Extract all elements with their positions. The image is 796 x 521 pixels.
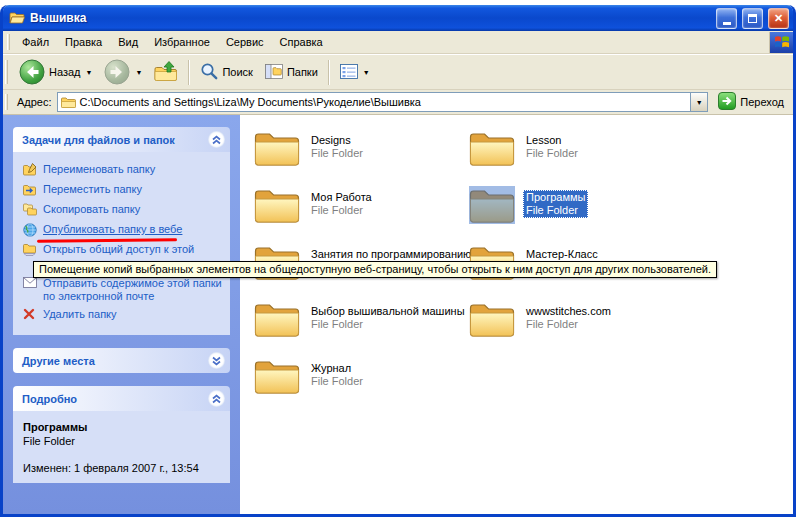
up-icon	[154, 60, 178, 84]
file-name: Моя Работа	[311, 191, 372, 204]
file-name: Designs	[311, 134, 363, 147]
section-title: Подробно	[22, 393, 77, 405]
go-icon	[718, 92, 736, 112]
maximize-button[interactable]	[742, 8, 763, 29]
file-item[interactable]: ЖурналFile Folder	[254, 357, 469, 414]
file-text: DesignsFile Folder	[308, 133, 366, 161]
task-item[interactable]: Переместить папку	[23, 182, 222, 198]
publish-web-icon	[23, 223, 37, 237]
address-label: Адрес:	[17, 96, 52, 108]
windows-logo-icon	[769, 32, 793, 53]
file-item[interactable]: Моя РаботаFile Folder	[254, 186, 469, 243]
address-bar: Адрес: C:\Documents and Settings\Liza\My…	[3, 90, 793, 115]
task-item[interactable]: Открыть общий доступ к этой	[23, 242, 222, 258]
file-list-area[interactable]: DesignsFile FolderLessonFile FolderМоя Р…	[240, 115, 793, 514]
file-type: File Folder	[311, 318, 465, 331]
file-type: File Folder	[311, 204, 372, 217]
selection-overlay	[469, 186, 515, 224]
maximize-icon	[748, 14, 757, 23]
file-text: ПрограммыFile Folder	[523, 190, 588, 218]
folders-button[interactable]: Папки	[260, 62, 323, 83]
file-name: Занятия по программированию	[311, 248, 471, 261]
folder-icon	[254, 186, 300, 224]
file-item[interactable]: wwwstitches.comFile Folder	[469, 300, 684, 357]
forward-button[interactable]: ▼	[99, 57, 147, 87]
expand-chevron-icon[interactable]	[208, 352, 225, 369]
details-modified: Изменен: 1 февраля 2007 г., 13:54	[23, 461, 222, 475]
menu-bar: ФайлПравкаВидИзбранноеСервисСправка	[3, 31, 793, 54]
task-item-label: Открыть общий доступ к этой	[43, 242, 194, 256]
address-dropdown-button[interactable]: ▼	[690, 93, 707, 111]
task-item[interactable]: Переименовать папку	[23, 162, 222, 178]
menu-grip[interactable]	[7, 34, 10, 49]
details-body: Программы File Folder Изменен: 1 февраля…	[13, 411, 230, 483]
file-folder-tasks-list: Переименовать папкуПереместить папкуСкоп…	[13, 152, 230, 335]
file-text: Выбор вышивальной машиныFile Folder	[308, 304, 468, 332]
task-item[interactable]: Удалить папку	[23, 307, 222, 323]
section-details: Подробно Программы File Folder Изменен: …	[13, 386, 230, 483]
forward-icon	[104, 59, 130, 85]
other-places-header[interactable]: Другие места	[13, 348, 230, 373]
main-area: Задачи для файлов и папок Переименовать …	[3, 115, 793, 514]
up-button[interactable]	[149, 58, 183, 86]
file-item[interactable]: Выбор вышивальной машиныFile Folder	[254, 300, 469, 357]
section-file-folder-tasks: Задачи для файлов и папок Переименовать …	[13, 127, 230, 335]
go-button[interactable]: Переход	[713, 92, 789, 112]
task-item[interactable]: Отправить содержимое этой папки по элект…	[23, 276, 222, 303]
file-item[interactable]: ПрограммыFile Folder	[469, 186, 684, 243]
minimize-button[interactable]	[716, 8, 737, 29]
file-name: Выбор вышивальной машины	[311, 305, 465, 318]
title-bar[interactable]: Вышивка ✕	[3, 5, 793, 31]
folder-icon	[469, 186, 515, 224]
back-dropdown-icon[interactable]: ▼	[86, 69, 93, 76]
copy-folder-icon	[23, 203, 37, 216]
file-text: LessonFile Folder	[523, 133, 581, 161]
task-item-label: Переместить папку	[43, 182, 142, 196]
file-folder-tasks-header[interactable]: Задачи для файлов и папок	[13, 127, 230, 152]
file-text: wwwstitches.comFile Folder	[523, 304, 614, 332]
details-type: File Folder	[23, 435, 222, 447]
search-label: Поиск	[222, 66, 252, 78]
file-type: File Folder	[526, 204, 585, 217]
move-folder-icon	[23, 183, 37, 196]
folders-label: Папки	[287, 66, 318, 78]
file-name: wwwstitches.com	[526, 305, 611, 318]
menu-item[interactable]: Вид	[110, 33, 146, 51]
folder-icon	[469, 300, 515, 338]
file-name: Мастер-Класс	[526, 248, 598, 261]
collapse-chevron-icon[interactable]	[208, 390, 225, 407]
file-text: ЖурналFile Folder	[308, 361, 366, 389]
forward-dropdown-icon[interactable]: ▼	[135, 69, 142, 76]
search-button[interactable]: Поиск	[195, 60, 257, 84]
file-type: File Folder	[526, 318, 611, 331]
back-button[interactable]: Назад ▼	[14, 57, 97, 87]
menu-item[interactable]: Сервис	[218, 33, 272, 51]
folder-icon	[254, 129, 300, 167]
address-input[interactable]: C:\Documents and Settings\Liza\My Docume…	[57, 92, 709, 112]
views-button[interactable]: ▼	[335, 62, 375, 83]
file-item[interactable]: LessonFile Folder	[469, 129, 684, 186]
collapse-chevron-icon[interactable]	[208, 131, 225, 148]
address-folder-icon	[61, 96, 76, 109]
address-value: C:\Documents and Settings\Liza\My Docume…	[76, 96, 691, 108]
close-button[interactable]: ✕	[768, 8, 789, 29]
explorer-window: Вышивка ✕ ФайлПравкаВидИзбранноеСервисСп…	[0, 5, 796, 517]
details-name: Программы	[23, 421, 222, 433]
task-item[interactable]: Опубликовать папку в вебе	[23, 222, 222, 238]
details-header[interactable]: Подробно	[13, 386, 230, 411]
close-icon: ✕	[774, 13, 783, 24]
section-title: Задачи для файлов и папок	[22, 134, 175, 146]
menu-item[interactable]: Избранное	[146, 33, 218, 51]
menu-item[interactable]: Справка	[272, 33, 331, 51]
menu-item[interactable]: Файл	[14, 33, 57, 51]
views-dropdown-icon[interactable]: ▼	[363, 69, 370, 76]
file-item[interactable]: DesignsFile Folder	[254, 129, 469, 186]
task-item-label: Переименовать папку	[43, 162, 155, 176]
rename-folder-icon	[23, 163, 37, 176]
toolbar-grip[interactable]	[5, 60, 8, 84]
task-item[interactable]: Скопировать папку	[23, 202, 222, 218]
menu-item[interactable]: Правка	[57, 33, 110, 51]
file-type: File Folder	[526, 147, 578, 160]
address-grip[interactable]	[5, 94, 8, 111]
file-text: Моя РаботаFile Folder	[308, 190, 375, 218]
